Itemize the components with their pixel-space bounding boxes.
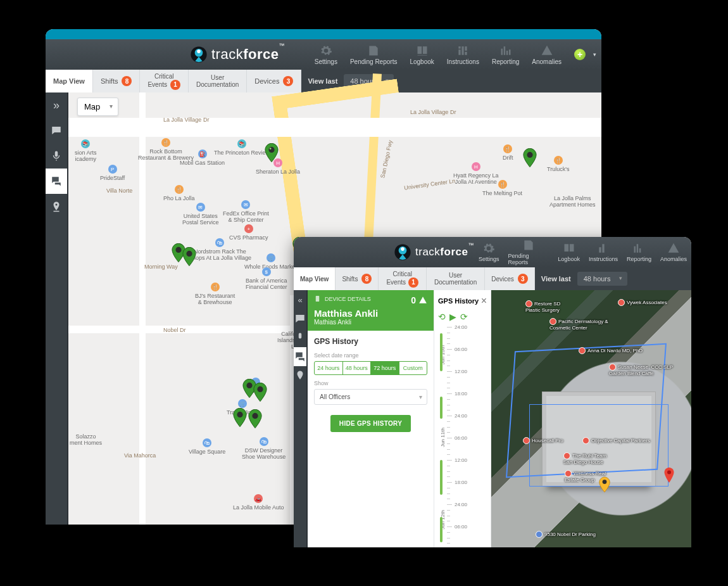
street-mahorca: Via Mahorca <box>124 452 156 459</box>
poi-palms: La Jolla Palms Apartment Homes <box>549 195 596 208</box>
sub-nav: Map View Shifts8 CriticalEvents1 UserDoc… <box>46 70 301 92</box>
rail-mic-icon[interactable] <box>294 328 306 347</box>
device-marker[interactable] <box>265 143 279 162</box>
brand-text: trackforce™ <box>211 46 285 63</box>
sat-poi-susan: Susan Neese, CCC SLP Garden Blend Caffe <box>609 364 673 376</box>
rail-location-icon[interactable] <box>46 194 67 219</box>
rail-expand[interactable]: » <box>46 92 67 118</box>
nav-pending-reports[interactable]: Pending Reports <box>344 39 404 70</box>
shifts-badge: 8 <box>361 274 372 284</box>
nav-anomalies[interactable]: Anomalies <box>525 39 568 70</box>
brand-icon <box>394 243 411 261</box>
svg-point-11 <box>252 413 258 419</box>
rewind-icon[interactable]: ⟲ <box>438 312 446 322</box>
nav-instructions[interactable]: Instructions <box>584 237 622 267</box>
nav-settings[interactable]: Settings <box>474 237 504 267</box>
device-marker[interactable] <box>182 247 196 266</box>
device-detail-panel: DEVICE DETAILS 0 Matthias Ankli Mathias … <box>308 290 434 547</box>
nav-pending-reports[interactable]: Pending Reports <box>503 237 553 267</box>
street-morningway: Morning Way <box>144 264 178 270</box>
rail-location-icon[interactable] <box>294 366 306 385</box>
view-last-select[interactable]: 48 hours <box>577 272 627 286</box>
svg-point-12 <box>527 152 532 158</box>
tab-critical-events[interactable]: CriticalEvents1 <box>140 70 189 92</box>
rail-comment-icon[interactable] <box>46 118 67 143</box>
sat-poi-housecall: Housecall Pro <box>523 437 563 444</box>
poi-drift: 🍴Drift <box>503 144 513 161</box>
view-last-label: View last <box>308 77 337 85</box>
officer-name: Matthias Ankli <box>314 308 427 319</box>
hide-gps-button[interactable]: HIDE GPS HISTORY <box>330 415 411 432</box>
device-marker[interactable] <box>233 408 247 427</box>
panel-section-label: DEVICE DETAILS <box>314 295 371 302</box>
street-unicenter: University Center Ln <box>404 177 456 191</box>
device-marker[interactable] <box>248 409 262 428</box>
map-type-select[interactable]: Map <box>77 98 118 116</box>
poi-solazzo: Solazzo ment Homes <box>70 433 102 446</box>
svg-point-10 <box>237 412 242 417</box>
rail-mic-icon[interactable] <box>46 143 67 169</box>
tab-devices[interactable]: Devices3 <box>485 267 535 290</box>
tab-shifts[interactable]: Shifts8 <box>336 267 379 290</box>
tab-user-documentation[interactable]: UserDocumentation <box>427 267 485 290</box>
device-marker[interactable] <box>253 383 267 402</box>
poi-trulucks: 🍴Truluck's <box>547 156 569 172</box>
tab-devices[interactable]: Devices3 <box>247 70 301 92</box>
device-marker[interactable] <box>523 148 537 167</box>
brand-logo: trackforce™ <box>190 46 285 63</box>
officers-select[interactable]: All Officers <box>314 389 427 405</box>
brand-text: trackforce™ <box>415 246 474 258</box>
nav-settings[interactable]: Settings <box>308 39 344 70</box>
seg-custom[interactable]: Custom <box>399 362 427 374</box>
tab-map-view[interactable]: Map View <box>294 267 336 290</box>
view-last-control: View last 48 hours <box>535 267 634 290</box>
panel-alert-count: 0 <box>411 295 427 305</box>
nav-logbook[interactable]: Logbook <box>403 39 440 70</box>
officer-marker[interactable] <box>599 476 610 493</box>
nav-add[interactable]: + <box>568 39 592 70</box>
warning-icon <box>418 296 427 305</box>
tab-critical-events[interactable]: CriticalEvents1 <box>379 267 427 290</box>
side-rail: « <box>294 290 308 547</box>
detail-body: « DEVICE DETAILS 0 Matthias Ankli Mathia… <box>294 290 691 547</box>
panel-header: DEVICE DETAILS 0 Matthias Ankli Mathias … <box>308 290 434 331</box>
poi-pridestaff: PPrideStaff <box>100 165 125 181</box>
nav-more-chevron[interactable]: ▾ <box>592 51 601 58</box>
play-icon[interactable]: ▶ <box>449 312 456 322</box>
tab-user-documentation[interactable]: UserDocumentation <box>189 70 247 92</box>
gps-column-title: GPS History <box>438 297 479 305</box>
loop-icon[interactable]: ⟳ <box>460 312 468 322</box>
rail-chat-icon[interactable] <box>294 347 306 366</box>
poi-bjs: 🍴BJ's Restaurant & Brewhouse <box>195 283 235 305</box>
location-pin[interactable] <box>663 468 675 484</box>
poi-sionarts: 📚sion Arts icademy <box>75 139 97 162</box>
rail-comment-icon[interactable] <box>294 309 306 328</box>
rail-chat-icon[interactable] <box>46 169 67 194</box>
brand-icon <box>190 46 208 63</box>
seg-72h[interactable]: 72 hours <box>371 362 399 374</box>
nav-logbook[interactable]: Logbook <box>553 237 584 267</box>
tab-shifts[interactable]: Shifts8 <box>93 70 141 92</box>
show-label: Show <box>314 380 427 386</box>
seg-48h[interactable]: 48 hours <box>343 362 372 374</box>
seg-24h[interactable]: 24 hours <box>315 362 343 374</box>
satellite-map[interactable]: Restore SD Plastic Surgery Vywek Associa… <box>491 290 691 547</box>
top-nav: trackforce™ Settings Pending Reports Log… <box>46 39 601 70</box>
street-villanorte: Villa Norte <box>106 188 132 194</box>
top-nav: trackforce™ Settings Pending Reports Log… <box>294 237 691 267</box>
street-lajolla: La Jolla Village Dr <box>163 117 209 123</box>
close-icon[interactable]: × <box>481 295 487 307</box>
rail-collapse[interactable]: « <box>294 290 306 309</box>
svg-point-18 <box>603 480 607 484</box>
date-range-segmented: 24 hours 48 hours 72 hours Custom <box>314 361 427 375</box>
nav-anomalies[interactable]: Anomalies <box>656 237 691 267</box>
nav-reporting[interactable]: Reporting <box>486 39 525 70</box>
svg-point-8 <box>246 383 252 388</box>
svg-point-15 <box>401 247 405 251</box>
gps-timeline[interactable]: 24:0006:0012:0018:0024:0006:0012:0018:00… <box>438 327 474 547</box>
sub-nav-row: Map View Shifts8 CriticalEvents1 UserDoc… <box>294 267 691 290</box>
nav-reporting[interactable]: Reporting <box>622 237 656 267</box>
sub-nav: Map View Shifts8 CriticalEvents1 UserDoc… <box>294 267 535 290</box>
tab-map-view[interactable]: Map View <box>46 70 93 92</box>
nav-instructions[interactable]: Instructions <box>441 39 486 70</box>
